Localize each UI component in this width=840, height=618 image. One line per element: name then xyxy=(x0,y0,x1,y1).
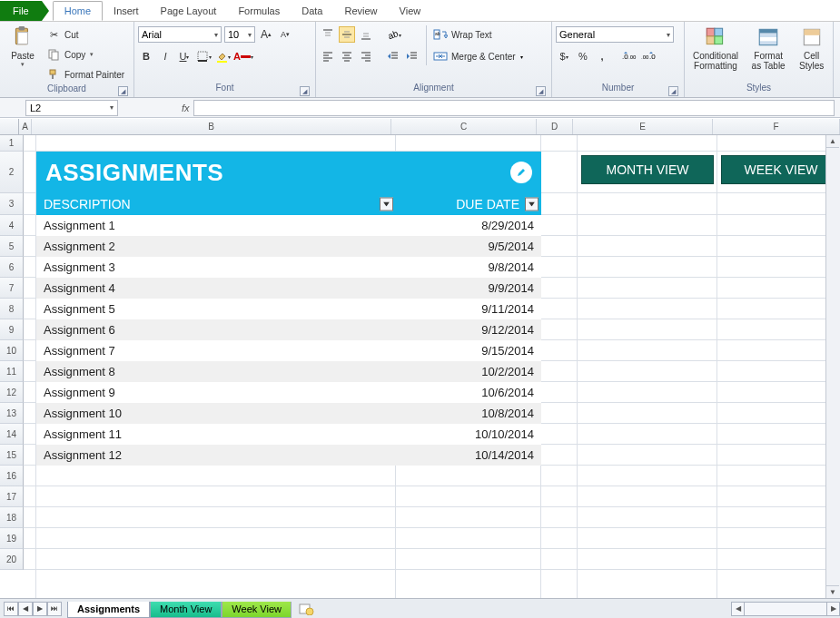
table-row-description[interactable]: Assignment 7 xyxy=(36,340,396,361)
row-header-5[interactable]: 5 xyxy=(0,236,24,257)
column-header-F[interactable]: F xyxy=(713,119,840,134)
column-header-C[interactable]: C xyxy=(391,119,537,134)
scroll-down-button[interactable]: ▼ xyxy=(826,585,839,598)
scroll-right-button[interactable]: ▶ xyxy=(826,603,839,615)
tab-formulas[interactable]: Formulas xyxy=(227,1,291,21)
cells-area[interactable]: ASSIGNMENTSDESCRIPTIONDUE DATEAssignment… xyxy=(24,135,840,598)
table-row-due-date[interactable]: 8/29/2014 xyxy=(396,215,541,236)
table-row-due-date[interactable]: 10/14/2014 xyxy=(396,445,541,466)
table-row-due-date[interactable]: 9/9/2014 xyxy=(396,278,541,299)
sheet-tab-week-view[interactable]: Week View xyxy=(222,602,292,618)
filter-due-date-button[interactable] xyxy=(525,198,539,211)
font-name-combo[interactable]: Arial▾ xyxy=(138,26,222,43)
sheet-nav-first[interactable]: ⏮ xyxy=(4,602,18,616)
table-row-due-date[interactable]: 10/6/2014 xyxy=(396,382,541,403)
table-row-description[interactable]: Assignment 2 xyxy=(36,236,396,257)
table-row-description[interactable]: Assignment 1 xyxy=(36,215,396,236)
table-row-due-date[interactable]: 9/8/2014 xyxy=(396,257,541,278)
decrease-indent-button[interactable] xyxy=(385,48,401,64)
align-middle-button[interactable] xyxy=(339,26,355,43)
month-view-button[interactable]: MONTH VIEW xyxy=(581,155,714,184)
format-as-table-button[interactable]: Format as Table xyxy=(746,24,790,82)
merge-center-button[interactable]: Merge & Center▾ xyxy=(432,47,523,65)
table-header-due-date[interactable]: DUE DATE xyxy=(396,193,541,215)
column-header-D[interactable]: D xyxy=(537,119,573,134)
row-header-17[interactable]: 17 xyxy=(0,486,24,507)
number-format-combo[interactable]: General▾ xyxy=(556,26,674,43)
row-header-6[interactable]: 6 xyxy=(0,257,24,278)
cell-styles-button[interactable]: Cell Styles xyxy=(794,24,829,82)
row-header-16[interactable]: 16 xyxy=(0,466,24,486)
table-row-description[interactable]: Assignment 10 xyxy=(36,403,396,424)
sheet-tab-assignments[interactable]: Assignments xyxy=(67,602,150,618)
table-row-description[interactable]: Assignment 3 xyxy=(36,257,396,278)
table-row-due-date[interactable]: 9/12/2014 xyxy=(396,319,541,340)
comma-button[interactable]: , xyxy=(594,48,610,64)
select-all-corner[interactable] xyxy=(0,119,19,134)
table-row-description[interactable]: Assignment 8 xyxy=(36,361,396,382)
table-row-description[interactable]: Assignment 5 xyxy=(36,299,396,319)
decrease-decimal-button[interactable]: .00.0 xyxy=(640,48,657,64)
sheet-tab-month-view[interactable]: Month View xyxy=(150,602,222,618)
row-header-19[interactable]: 19 xyxy=(0,528,24,549)
tab-data[interactable]: Data xyxy=(291,1,333,21)
orientation-button[interactable]: ab▾ xyxy=(385,26,401,43)
bold-button[interactable]: B xyxy=(138,48,154,64)
sheet-nav-next[interactable]: ▶ xyxy=(33,602,47,616)
row-header-8[interactable]: 8 xyxy=(0,299,24,319)
vertical-scrollbar[interactable]: ▲ ▼ xyxy=(825,135,840,598)
filter-description-button[interactable] xyxy=(380,198,393,211)
table-row-description[interactable]: Assignment 6 xyxy=(36,319,396,340)
increase-decimal-button[interactable]: .0.00 xyxy=(621,48,637,64)
edit-icon[interactable] xyxy=(510,162,532,183)
week-view-button[interactable]: WEEK VIEW xyxy=(721,155,840,184)
table-row-due-date[interactable]: 9/11/2014 xyxy=(396,299,541,319)
row-header-10[interactable]: 10 xyxy=(0,340,24,361)
name-box[interactable]: L2▾ xyxy=(25,100,118,116)
tab-page-layout[interactable]: Page Layout xyxy=(150,1,228,21)
clipboard-dialog-launcher[interactable]: ◢ xyxy=(118,86,128,96)
scroll-up-button[interactable]: ▲ xyxy=(826,135,839,148)
row-header-7[interactable]: 7 xyxy=(0,278,24,299)
new-sheet-button[interactable] xyxy=(295,602,317,616)
row-header-13[interactable]: 13 xyxy=(0,403,24,424)
row-header-9[interactable]: 9 xyxy=(0,319,24,340)
font-color-button[interactable]: A▾ xyxy=(233,48,253,64)
table-row-due-date[interactable]: 10/10/2014 xyxy=(396,424,541,445)
sheet-nav-prev[interactable]: ◀ xyxy=(18,602,33,616)
grow-font-button[interactable]: A▴ xyxy=(258,26,274,43)
table-row-description[interactable]: Assignment 9 xyxy=(36,382,396,403)
tab-view[interactable]: View xyxy=(389,1,432,21)
table-row-due-date[interactable]: 10/8/2014 xyxy=(396,403,541,424)
align-center-button[interactable] xyxy=(339,48,355,64)
row-header-12[interactable]: 12 xyxy=(0,382,24,403)
horizontal-scrollbar[interactable]: ◀ ▶ xyxy=(731,602,840,616)
table-row-description[interactable]: Assignment 12 xyxy=(36,445,396,466)
font-dialog-launcher[interactable]: ◢ xyxy=(300,86,310,96)
table-header-description[interactable]: DESCRIPTION xyxy=(36,193,396,215)
table-row-due-date[interactable]: 9/5/2014 xyxy=(396,236,541,257)
row-header-18[interactable]: 18 xyxy=(0,507,24,528)
underline-button[interactable]: U▾ xyxy=(176,48,193,64)
align-right-button[interactable] xyxy=(358,48,374,64)
alignment-dialog-launcher[interactable]: ◢ xyxy=(536,86,546,96)
file-tab[interactable]: File xyxy=(0,1,42,21)
scroll-left-button[interactable]: ◀ xyxy=(732,603,745,615)
increase-indent-button[interactable] xyxy=(404,48,420,64)
tab-home[interactable]: Home xyxy=(53,1,103,21)
currency-button[interactable]: $▾ xyxy=(556,48,572,64)
row-header-1[interactable]: 1 xyxy=(0,135,24,152)
paste-button[interactable]: Paste ▾ xyxy=(4,24,42,82)
column-header-A[interactable]: A xyxy=(19,119,32,134)
tab-review[interactable]: Review xyxy=(333,1,388,21)
row-header-3[interactable]: 3 xyxy=(0,193,24,215)
row-header-15[interactable]: 15 xyxy=(0,445,24,466)
align-bottom-button[interactable] xyxy=(358,26,374,43)
table-row-due-date[interactable]: 9/15/2014 xyxy=(396,340,541,361)
row-header-20[interactable]: 20 xyxy=(0,549,24,570)
percent-button[interactable]: % xyxy=(575,48,591,64)
cut-button[interactable]: ✂ Cut xyxy=(45,25,124,44)
row-header-2[interactable]: 2 xyxy=(0,152,24,193)
wrap-text-button[interactable]: ab Wrap Text xyxy=(432,25,523,44)
column-header-B[interactable]: B xyxy=(32,119,391,134)
